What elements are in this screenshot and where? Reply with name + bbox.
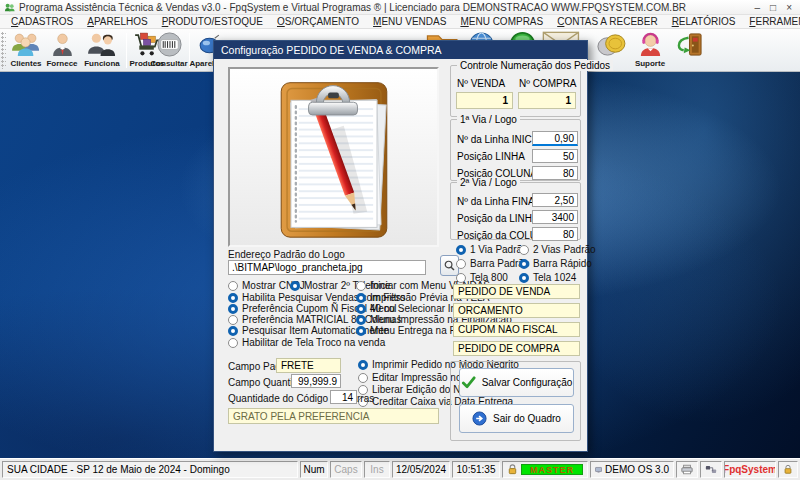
config-dialog: Configuração PEDIDO DE VENDA & COMPRA xyxy=(213,40,588,452)
menu-produto-estoque[interactable]: PRODUTO/ESTOQUE xyxy=(155,16,270,27)
toolbar-label: Clientes xyxy=(10,59,41,68)
toolbar-separator xyxy=(126,33,127,68)
status-time: 10:51:35 xyxy=(452,461,500,478)
menu-contas-a-receber[interactable]: CONTAS A RECEBER xyxy=(550,16,664,27)
toolbar-exit-button[interactable] xyxy=(673,31,707,58)
status-connection xyxy=(700,461,722,478)
minimize-button[interactable]: – xyxy=(755,1,761,14)
exit-door-icon xyxy=(676,31,705,58)
via2-linha-final-input[interactable]: 2,50 xyxy=(532,193,578,207)
toolbar-label: Consultar xyxy=(150,59,187,68)
maximize-button[interactable]: □ xyxy=(770,1,776,14)
radio-icon xyxy=(356,326,366,336)
radio-icon xyxy=(228,315,238,325)
radio-icon xyxy=(358,373,368,383)
toolbar-funcionarios-button[interactable]: Funciona xyxy=(82,31,122,68)
radio-icon xyxy=(456,273,466,283)
via1-posicao-linha-input[interactable]: 50 xyxy=(532,149,578,163)
menu-os-orcamento[interactable]: OS/ORÇAMENTO xyxy=(270,16,366,27)
doc-name-pedido-venda[interactable]: PEDIDO DE VENDA xyxy=(453,284,580,299)
radio-icon xyxy=(519,259,529,269)
via1-posicao-coluna-input[interactable]: 80 xyxy=(532,166,578,180)
toolbar-consultar-button[interactable]: Consultar xyxy=(150,31,188,68)
radio-icon xyxy=(356,304,366,314)
doc-name-orcamento[interactable]: ORCAMENTO xyxy=(453,303,580,318)
compra-number-input[interactable]: 1 xyxy=(518,92,576,109)
status-capslock: Caps xyxy=(330,461,362,478)
option-tela-800[interactable]: Tela 800 xyxy=(456,272,508,283)
option-2-vias-padrao[interactable]: 2 Vias Padrão xyxy=(519,244,596,255)
plug-icon xyxy=(705,464,717,475)
monitor-icon xyxy=(595,465,602,475)
radio-icon xyxy=(290,281,300,291)
doc-name-pedido-compra[interactable]: PEDIDO DE COMPRA xyxy=(453,341,580,356)
venda-label: Nº VENDA xyxy=(457,78,505,89)
save-config-label: Salvar Configuração xyxy=(482,377,573,388)
toolbar-fornecedores-button[interactable]: Fornece xyxy=(44,31,80,68)
qtd-codigo-barras-input[interactable]: 14 xyxy=(330,390,357,404)
campo-quantidade-input[interactable]: 99,999.9 xyxy=(291,374,341,388)
support-headset-icon xyxy=(637,31,664,58)
toolbar-caixa-button[interactable] xyxy=(595,31,627,58)
menu-relatorios[interactable]: RELATÓRIOS xyxy=(665,16,743,27)
menu-compras[interactable]: MENU COMPRAS xyxy=(453,16,550,27)
dialog-body: Endereço Padrão do Logo .\BITMAP\logo_pr… xyxy=(214,59,587,453)
status-brand: FpqSystem xyxy=(724,461,776,478)
option-barra-rapido[interactable]: Barra Rápido xyxy=(519,258,592,269)
radio-icon xyxy=(356,281,366,291)
status-demo: DEMO OS 3.0 xyxy=(590,461,674,478)
dialog-titlebar[interactable]: Configuração PEDIDO DE VENDA & COMPRA xyxy=(214,41,587,59)
radio-icon xyxy=(519,245,529,255)
radio-icon xyxy=(228,281,238,291)
venda-number-input[interactable]: 1 xyxy=(456,92,513,109)
actions-group: Salvar Configuração Sair do Quadro xyxy=(450,361,581,441)
toolbar-label: Funciona xyxy=(84,59,120,68)
toolbar-label: Suporte xyxy=(635,59,665,68)
option-tela-troco[interactable]: Habilitar de Tela Troco na venda xyxy=(228,337,385,348)
application-window: Programa Assistência Técnica & Vendas v3… xyxy=(0,0,800,480)
logo-path-label: Endereço Padrão do Logo xyxy=(228,249,345,260)
option-1-via-padrao[interactable]: 1 Via Padrão xyxy=(456,244,528,255)
status-lock xyxy=(778,461,798,478)
campo-padrao-input[interactable]: FRETE xyxy=(276,358,341,373)
footer-note-field: GRATO PELA PREFERENCIA xyxy=(228,408,439,424)
printer-icon xyxy=(681,464,693,475)
menu-vendas[interactable]: MENU VENDAS xyxy=(366,16,453,27)
option-tela-1024[interactable]: Tela 1024 xyxy=(519,272,576,283)
status-bar: SUA CIDADE - SP 12 de Maio de 2024 - Dom… xyxy=(0,458,800,480)
status-user-level: MASTER xyxy=(521,464,583,475)
doc-name-cupom-nao-fiscal[interactable]: CUPOM NAO FISCAL xyxy=(453,322,580,337)
radio-icon xyxy=(456,259,466,269)
menu-cadastros[interactable]: CADASTROS xyxy=(4,16,80,27)
via1-linha-inicial-input[interactable]: 0,90 xyxy=(532,131,578,146)
toolbar-clientes-button[interactable]: Clientes xyxy=(6,31,46,68)
compra-label: Nº COMPRA xyxy=(519,78,577,89)
via2-posicao-linha-input[interactable]: 3400 xyxy=(532,210,578,224)
logo-path-input[interactable]: .\BITMAP\logo_prancheta.jpg xyxy=(228,260,426,275)
lock-icon xyxy=(783,464,793,475)
toolbar-suporte-button[interactable]: Suporte xyxy=(631,31,669,68)
supplier-icon xyxy=(49,31,76,58)
radio-icon xyxy=(228,338,238,348)
via2-group-title: 2ª Via / Logo xyxy=(457,177,520,188)
status-user: MASTER xyxy=(502,461,588,478)
exit-dialog-label: Sair do Quadro xyxy=(493,413,561,424)
status-insert: Ins xyxy=(364,461,390,478)
via1-row-label: Posição LINHA xyxy=(457,151,525,162)
menu-aparelhos[interactable]: APARELHOS xyxy=(80,16,154,27)
via2-row-label: Nº da Linha FINAL xyxy=(457,196,540,207)
save-config-button[interactable]: Salvar Configuração xyxy=(459,368,574,397)
employees-icon xyxy=(86,31,117,58)
status-numlock: Num xyxy=(300,461,328,478)
menu-ferramentas[interactable]: FERRAMENTAS xyxy=(742,16,800,27)
via2-posicao-coluna-input[interactable]: 80 xyxy=(532,227,578,241)
radio-icon xyxy=(358,360,368,370)
dialog-title: Configuração PEDIDO DE VENDA & COMPRA xyxy=(221,44,442,56)
window-controls: – □ × xyxy=(755,1,796,14)
clients-icon xyxy=(10,31,41,58)
close-button[interactable]: × xyxy=(786,1,792,14)
radio-icon xyxy=(228,326,238,336)
radio-icon xyxy=(356,315,366,325)
status-printer xyxy=(676,461,698,478)
exit-dialog-button[interactable]: Sair do Quadro xyxy=(459,404,574,433)
